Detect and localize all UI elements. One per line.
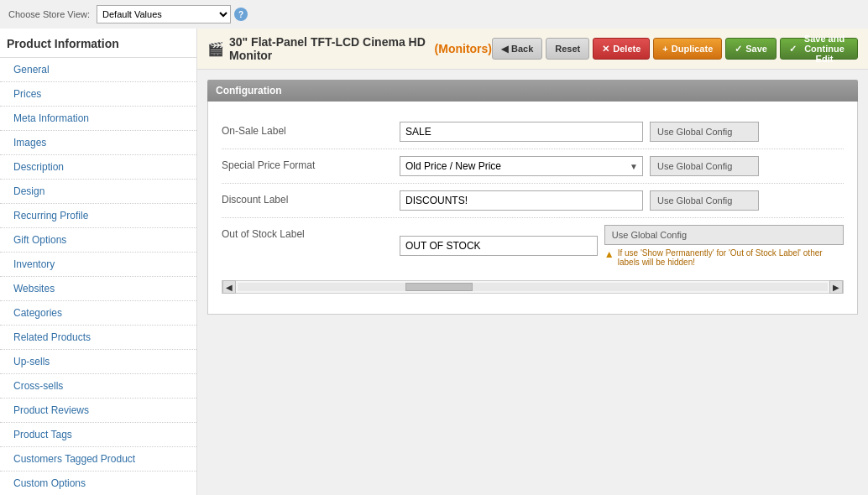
warning-icon: ▲ (604, 248, 614, 260)
sidebar-item-related-products[interactable]: Related Products (0, 326, 196, 350)
out-of-stock-label-input[interactable] (400, 236, 598, 256)
sidebar-title: Product Information (0, 29, 196, 58)
sidebar-item-description[interactable]: Description (0, 155, 196, 180)
main-layout: Product Information General Prices Meta … (0, 29, 868, 495)
product-category: (Monitors) (435, 42, 492, 55)
delete-button[interactable]: ✕ Delete (593, 38, 650, 60)
delete-icon: ✕ (602, 44, 609, 55)
store-view-label: Choose Store View: (8, 9, 90, 19)
reset-button[interactable]: Reset (546, 38, 589, 60)
sidebar-item-general[interactable]: General (0, 58, 196, 82)
sidebar-item-categories[interactable]: Categories (0, 301, 196, 326)
back-button[interactable]: ◀ Back (492, 38, 542, 60)
save-icon: ✓ (735, 44, 742, 55)
sidebar-item-recurring-profile[interactable]: Recurring Profile (0, 204, 196, 228)
sidebar-item-cross-sells[interactable]: Cross-sells (0, 374, 196, 399)
special-price-format-row: Special Price Format Old Price / New Pri… (222, 149, 844, 183)
back-arrow-icon: ◀ (501, 44, 508, 55)
discount-label-row: Discount Label Use Global Config (222, 184, 844, 217)
sidebar: Product Information General Prices Meta … (0, 29, 197, 495)
page-header: 🎬 30" Flat-Panel TFT-LCD Cinema HD Monit… (197, 29, 868, 70)
section-body: On-Sale Label Use Global Config Special … (207, 102, 858, 315)
scroll-right-arrow[interactable]: ▶ (829, 280, 843, 294)
help-icon[interactable]: ? (234, 8, 248, 21)
product-name: 30" Flat-Panel TFT-LCD Cinema HD Monitor (229, 35, 430, 62)
save-continue-icon: ✓ (789, 44, 797, 55)
on-sale-global-config: Use Global Config (650, 122, 759, 142)
out-of-stock-label-row: Out of Stock Label Use Global Config ▲ I… (222, 218, 844, 274)
sidebar-item-custom-options[interactable]: Custom Options (0, 472, 196, 495)
sidebar-item-inventory[interactable]: Inventory (0, 253, 196, 277)
sidebar-item-design[interactable]: Design (0, 180, 196, 204)
page-title: 🎬 30" Flat-Panel TFT-LCD Cinema HD Monit… (207, 35, 492, 62)
store-view-dropdown[interactable]: Default Values English French German (97, 5, 231, 23)
sidebar-item-meta[interactable]: Meta Information (0, 107, 196, 131)
special-price-format-control: Old Price / New Price Percentage Fixed A… (400, 156, 844, 176)
out-of-stock-label-control: Use Global Config ▲ If use 'Show Permane… (400, 225, 844, 267)
on-sale-label-control: Use Global Config (400, 122, 844, 142)
out-of-stock-label-label: Out of Stock Label (222, 225, 390, 240)
discount-label-input[interactable] (400, 190, 643, 211)
discount-label-control: Use Global Config (400, 190, 844, 211)
sidebar-item-images[interactable]: Images (0, 131, 196, 155)
sidebar-item-customers-tagged[interactable]: Customers Tagged Product (0, 447, 196, 472)
sidebar-item-product-tags[interactable]: Product Tags (0, 423, 196, 447)
horizontal-scrollbar[interactable]: ◀ ▶ (222, 280, 844, 294)
top-bar: Choose Store View: Default Values Englis… (0, 0, 868, 29)
save-continue-button[interactable]: ✓ Save and Continue Edit (780, 38, 858, 60)
toolbar: ◀ Back Reset ✕ Delete + Duplicate (492, 38, 858, 60)
on-sale-label-input[interactable] (400, 122, 643, 142)
configuration-section: Configuration On-Sale Label Use Global C… (207, 80, 858, 315)
sidebar-item-product-reviews[interactable]: Product Reviews (0, 399, 196, 423)
product-icon: 🎬 (207, 41, 224, 57)
duplicate-button[interactable]: + Duplicate (653, 38, 722, 60)
sidebar-item-up-sells[interactable]: Up-sells (0, 350, 196, 374)
special-price-select-wrap: Old Price / New Price Percentage Fixed A… (400, 156, 643, 176)
special-price-format-select[interactable]: Old Price / New Price Percentage Fixed A… (400, 156, 643, 176)
on-sale-label-row: On-Sale Label Use Global Config (222, 115, 844, 148)
sidebar-item-prices[interactable]: Prices (0, 82, 196, 107)
out-of-stock-global-config: Use Global Config (604, 225, 844, 245)
scroll-thumb[interactable] (405, 283, 473, 291)
duplicate-icon: + (662, 44, 667, 54)
scroll-track[interactable] (238, 283, 828, 291)
save-button[interactable]: ✓ Save (725, 38, 776, 60)
discount-label-label: Discount Label (222, 190, 390, 206)
discount-global-config: Use Global Config (650, 190, 759, 211)
store-view-select[interactable]: Default Values English French German ? (97, 5, 248, 23)
special-price-global-config: Use Global Config (650, 156, 759, 176)
sidebar-item-websites[interactable]: Websites (0, 277, 196, 301)
section-header: Configuration (207, 80, 858, 102)
scroll-left-arrow[interactable]: ◀ (222, 280, 236, 294)
sidebar-item-gift-options[interactable]: Gift Options (0, 228, 196, 253)
on-sale-label-label: On-Sale Label (222, 122, 390, 137)
out-of-stock-warning: ▲ If use 'Show Permanently' for 'Out of … (604, 248, 844, 267)
special-price-format-label: Special Price Format (222, 156, 390, 171)
content-area: 🎬 30" Flat-Panel TFT-LCD Cinema HD Monit… (197, 29, 868, 495)
